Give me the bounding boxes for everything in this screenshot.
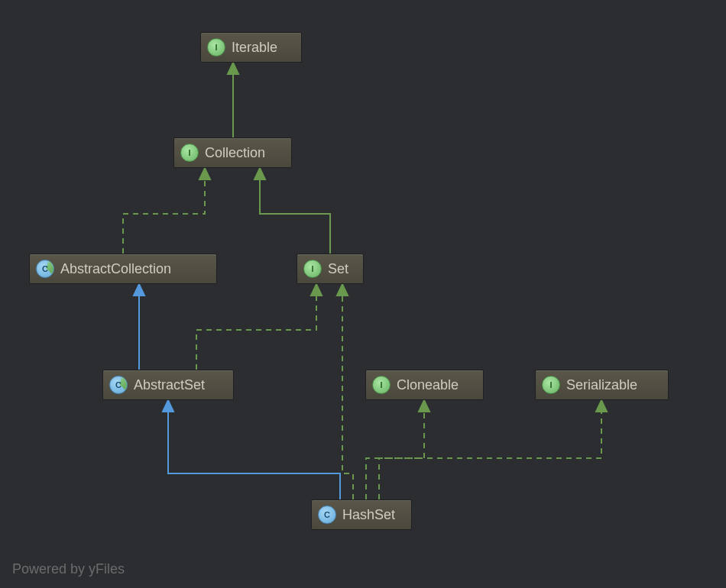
node-abscoll[interactable]: CAbstractCollection [29, 254, 217, 284]
node-collection[interactable]: ICollection [173, 137, 292, 168]
edge-set-collection [260, 179, 330, 254]
edge-absset-set [196, 296, 316, 370]
edge-abscoll-collection [123, 179, 205, 254]
node-serial[interactable]: ISerializable [535, 370, 669, 400]
node-iterable[interactable]: IIterable [200, 32, 302, 63]
edge-hashset-cloneable [366, 412, 424, 499]
svg-marker-1 [199, 168, 210, 179]
node-label: Serializable [566, 377, 637, 393]
edge-hashset-serial [379, 412, 601, 499]
abstract-class-icon: C [36, 260, 54, 278]
node-label: Collection [205, 145, 265, 161]
node-hashset[interactable]: CHashSet [311, 499, 412, 530]
node-label: Set [328, 261, 348, 277]
node-label: AbstractSet [134, 377, 205, 393]
node-label: Cloneable [397, 377, 459, 393]
node-absset[interactable]: CAbstractSet [102, 370, 234, 400]
node-label: AbstractCollection [60, 261, 171, 277]
interface-icon: I [207, 38, 225, 57]
svg-marker-6 [337, 284, 348, 296]
interface-icon: I [303, 260, 322, 278]
node-cloneable[interactable]: ICloneable [365, 370, 484, 400]
node-label: Iterable [232, 40, 277, 56]
node-label: HashSet [342, 507, 395, 523]
interface-icon: I [372, 376, 391, 394]
svg-marker-4 [311, 284, 322, 296]
edge-hashset-set [342, 296, 353, 499]
svg-marker-7 [419, 400, 429, 412]
svg-marker-0 [228, 63, 238, 74]
svg-marker-2 [254, 168, 265, 179]
interface-icon: I [180, 144, 199, 162]
svg-marker-5 [163, 400, 173, 412]
watermark-footer: Powered by yFiles [12, 561, 125, 577]
abstract-class-icon: C [109, 376, 128, 394]
class-icon: C [318, 506, 336, 524]
node-set[interactable]: ISet [297, 254, 364, 284]
svg-marker-8 [596, 400, 607, 412]
interface-icon: I [542, 376, 560, 394]
svg-marker-3 [134, 284, 144, 296]
edge-hashset-absset [168, 412, 340, 499]
